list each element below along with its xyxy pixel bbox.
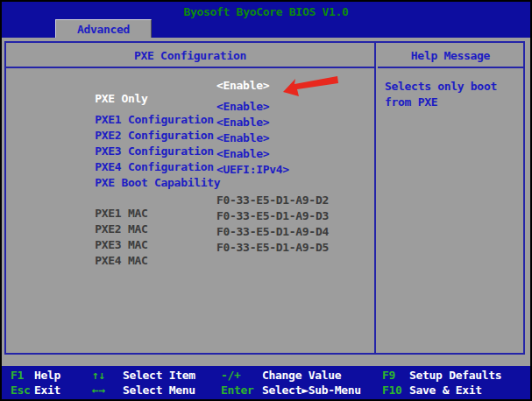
option-value[interactable]: <Enable> bbox=[216, 79, 269, 92]
option-value[interactable]: <Enable> bbox=[216, 100, 269, 113]
main-area: PXE Configuration PXE Only <Enable> PXE1… bbox=[2, 38, 530, 366]
option-value[interactable]: <UEFI:IPv4> bbox=[216, 163, 289, 176]
option-row-pxe4-configuration[interactable]: PXE4 Configuration <Enable> bbox=[29, 147, 371, 161]
key-minus-plus-label: Change Value bbox=[262, 369, 341, 382]
red-arrow-pointer-icon bbox=[283, 75, 339, 97]
mac-address-value: F0-33-E5-D1-A9-D2 bbox=[216, 193, 329, 207]
info-row-pxe4-mac: PXE4 MAC F0-33-E5-D1-A9-D5 bbox=[29, 241, 371, 255]
key-f1-label: Help bbox=[34, 369, 60, 382]
bios-setup-screen: Byosoft ByoCore BIOS V1.0 Advanced PXE C… bbox=[0, 0, 532, 401]
shortcut-bar: F1 Help ↑↓ Select Item -/+ Change Value … bbox=[2, 366, 530, 399]
titlebar: Byosoft ByoCore BIOS V1.0 Advanced bbox=[2, 2, 530, 38]
mac-address-value: F0-33-E5-D1-A9-D5 bbox=[216, 241, 329, 254]
key-leftright-label: Select Menu bbox=[123, 383, 195, 397]
key-f10-label: Save & Exit bbox=[409, 383, 482, 397]
help-message-text: Selects only bootfrom PXE bbox=[385, 79, 497, 110]
option-value[interactable]: <Enable> bbox=[216, 147, 269, 160]
setup-panel: PXE Configuration PXE Only <Enable> PXE1… bbox=[4, 41, 525, 355]
key-updown-icon: ↑↓ bbox=[92, 369, 105, 382]
key-updown-label: Select Item bbox=[123, 369, 195, 382]
help-panel-title: Help Message bbox=[378, 43, 523, 68]
option-row-pxe2-configuration[interactable]: PXE2 Configuration <Enable> bbox=[29, 116, 371, 130]
key-enter: Enter bbox=[221, 383, 254, 397]
bios-version-title: Byosoft ByoCore BIOS V1.0 bbox=[2, 5, 530, 18]
key-esc-label: Exit bbox=[34, 383, 60, 397]
info-label: PXE4 MAC bbox=[95, 254, 147, 267]
key-leftright-icon: ←→ bbox=[92, 383, 105, 397]
mac-address-value: F0-33-E5-D1-A9-D3 bbox=[216, 209, 329, 222]
option-row-pxe1-configuration[interactable]: PXE1 Configuration <Enable> bbox=[29, 100, 371, 114]
mac-address-value: F0-33-E5-D1-A9-D4 bbox=[216, 225, 329, 238]
info-row-pxe2-mac: PXE2 MAC F0-33-E5-D1-A9-D3 bbox=[29, 209, 371, 223]
help-line-2: from PXE bbox=[385, 95, 437, 109]
help-line-1: Selects only boot bbox=[385, 80, 497, 93]
key-esc: Esc bbox=[11, 383, 31, 397]
option-row-pxe3-configuration[interactable]: PXE3 Configuration <Enable> bbox=[29, 131, 371, 145]
tab-advanced[interactable]: Advanced bbox=[55, 19, 152, 38]
key-f10: F10 bbox=[382, 383, 402, 397]
info-row-pxe3-mac: PXE3 MAC F0-33-E5-D1-A9-D4 bbox=[29, 225, 371, 239]
key-f1: F1 bbox=[11, 369, 24, 382]
key-f9-label: Setup Defaults bbox=[409, 369, 501, 382]
option-label: PXE Boot Capability bbox=[95, 176, 220, 189]
option-row-pxe-boot-capability[interactable]: PXE Boot Capability <UEFI:IPv4> bbox=[29, 163, 371, 177]
page-title: PXE Configuration bbox=[6, 43, 374, 68]
key-enter-label: Select►Sub-Menu bbox=[262, 383, 361, 397]
option-value[interactable]: <Enable> bbox=[216, 116, 269, 129]
option-value[interactable]: <Enable> bbox=[216, 131, 269, 144]
key-f9: F9 bbox=[382, 369, 395, 382]
info-row-pxe1-mac: PXE1 MAC F0-33-E5-D1-A9-D2 bbox=[29, 193, 371, 208]
key-minus-plus: -/+ bbox=[221, 369, 241, 382]
help-panel: Help Message Selects only bootfrom PXE bbox=[378, 43, 523, 353]
